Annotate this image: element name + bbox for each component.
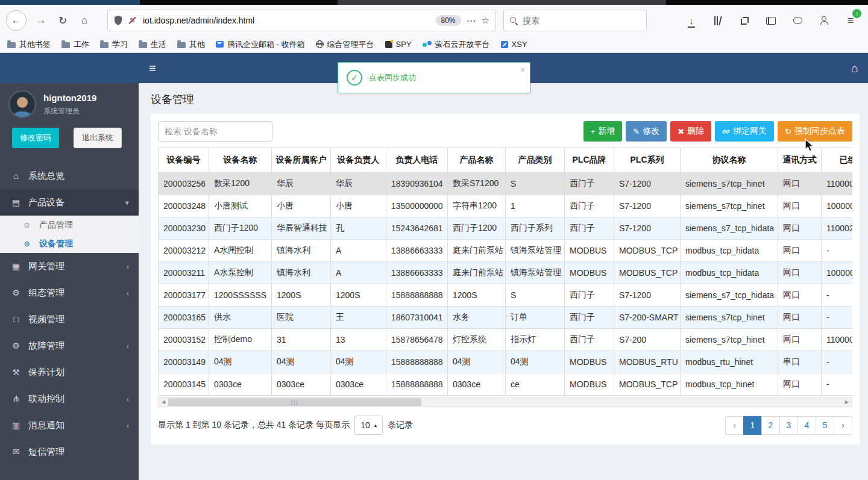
scroll-left-icon[interactable]: ◀ — [162, 400, 165, 405]
table-row[interactable]: 200003152 控制demo 31 13 15878656478 灯控系统 … — [159, 329, 853, 351]
account-icon[interactable] — [817, 14, 831, 27]
change-password-button[interactable]: 修改密码 — [12, 128, 59, 148]
column-header[interactable]: 产品名称 — [448, 148, 506, 173]
bookmark-item[interactable]: XSY — [501, 40, 527, 49]
toolbar-icons: ↓ ≡ ↑ — [685, 14, 857, 27]
table-row[interactable]: 200003145 0303ce 0303ce 0303ce 158888888… — [159, 373, 853, 396]
sidebar-item[interactable]: ⚒ 保养计划 — [0, 359, 139, 385]
sidebar-item[interactable]: ⚙ 组态管理 ‹ — [0, 279, 139, 306]
bookmark-item[interactable]: SPY — [385, 40, 412, 49]
cell-plc-brand: 西门子 — [565, 217, 614, 240]
sidebar-item[interactable]: ⊙ 设备管理 — [0, 234, 139, 253]
edit-button[interactable]: ✎修改 — [626, 121, 667, 142]
sidebar-item[interactable]: ⚙ 故障管理 ‹ — [0, 332, 139, 359]
sidebar-item[interactable]: ▤ 产品设备 ▾ — [0, 189, 139, 216]
table-row[interactable]: 200003212 A水闸控制 镇海水利 A 13886663333 庭来门前泵… — [159, 240, 853, 262]
column-header[interactable]: PLC品牌 — [565, 148, 614, 173]
address-bar[interactable]: ✎ iot.idosp.net/admin/index.html 80% ⋯ ☆ — [107, 10, 496, 31]
chevron-icon: ‹ — [127, 394, 129, 404]
table-row[interactable]: 200003248 小唐测试 小唐 小唐 13500000000 字符串1200… — [159, 195, 853, 217]
bookmark-folder[interactable]: 生活 — [139, 39, 166, 50]
page-button[interactable]: › — [834, 416, 852, 435]
sidebar-item[interactable]: ⋔ 联动控制 ‹ — [0, 385, 139, 412]
horizontal-scrollbar[interactable]: ◀ ||| ▶ — [158, 397, 852, 407]
add-button[interactable]: +新增 — [583, 121, 623, 142]
cell-gateway: 1100008 — [822, 173, 853, 195]
delete-button[interactable]: ✖删除 — [670, 121, 711, 142]
library-icon[interactable] — [711, 14, 725, 27]
column-header[interactable]: 设备所属客户 — [272, 148, 331, 173]
sidebar-item[interactable]: ▦ 网关管理 ‹ — [0, 253, 139, 279]
browser-search-input[interactable] — [523, 16, 640, 25]
bind-gateway-button[interactable]: 绑定网关 — [715, 121, 774, 142]
url-text[interactable]: iot.idosp.net/admin/index.html — [143, 16, 430, 25]
page-size-dropdown[interactable]: 10 ▴ — [354, 416, 383, 435]
table-row[interactable]: 200003256 数采1200 华辰 华辰 18390936104 数采S71… — [159, 173, 853, 195]
forward-button[interactable]: → — [31, 11, 51, 30]
scroll-right-icon[interactable]: ▶ — [845, 400, 849, 405]
cell-comm: 网口 — [778, 217, 822, 240]
bookmark-folder[interactable]: 工作 — [61, 39, 89, 50]
table-row[interactable]: 200003211 A水泵控制 镇海水利 A 13886663333 庭来门前泵… — [159, 262, 853, 284]
column-header[interactable]: 协议名称 — [681, 148, 778, 173]
bookmark-folder[interactable]: 学习 — [100, 39, 128, 50]
chevron-icon: ‹ — [127, 288, 129, 298]
reload-button[interactable]: ↻ — [53, 11, 72, 30]
cell-device-id: 200003211 — [159, 262, 209, 284]
cell-plc-series: MODBUS_RTU — [614, 351, 681, 373]
toast-notification: ✓ 点表同步成功 × — [338, 62, 530, 93]
browser-home-button[interactable]: ⌂ — [75, 11, 94, 30]
scrollbar-thumb[interactable]: ||| — [168, 398, 421, 406]
column-header[interactable]: 已绑定网关 — [822, 148, 853, 173]
page-button[interactable]: 1 — [743, 416, 762, 435]
sidebar-toggle-browser-icon[interactable] — [764, 14, 778, 27]
app-home-icon[interactable]: ⌂ — [851, 61, 858, 75]
device-search-input[interactable] — [158, 121, 272, 142]
downloads-icon[interactable]: ↓ — [685, 14, 698, 27]
column-header[interactable]: PLC系列 — [614, 148, 681, 173]
table-row[interactable]: 200003177 1200SSSSSS 1200S 1200S 1588888… — [159, 284, 853, 307]
column-header[interactable]: 设备负责人 — [331, 148, 386, 173]
logout-button[interactable]: 退出系统 — [74, 128, 122, 148]
messages-icon[interactable] — [791, 14, 804, 27]
screenshot-icon[interactable] — [738, 14, 751, 27]
page-actions-icon[interactable]: ⋯ — [467, 15, 476, 26]
page-button[interactable]: 4 — [797, 416, 816, 435]
avatar[interactable] — [8, 90, 36, 118]
bookmark-item[interactable]: 萤石云开放平台 — [423, 39, 490, 50]
shield-icon[interactable] — [114, 16, 122, 25]
bookmark-folder[interactable]: 其他 — [177, 39, 205, 50]
page-button[interactable]: 5 — [816, 416, 834, 435]
page-button[interactable]: 3 — [779, 416, 798, 435]
page-button[interactable]: ‹ — [725, 416, 744, 435]
toast-close-icon[interactable]: × — [520, 64, 525, 75]
column-header[interactable]: 设备编号 — [159, 148, 209, 173]
sidebar-item[interactable]: ▥ 消息通知 ‹ — [0, 412, 139, 438]
column-header[interactable]: 设备名称 — [209, 148, 272, 173]
column-header[interactable]: 产品类别 — [506, 148, 565, 173]
sidebar-item[interactable]: ⌂ 系统总览 — [0, 163, 139, 189]
blocked-content-icon[interactable]: ✎ — [128, 16, 137, 25]
sidebar-item[interactable]: ⊙ 产品管理 — [0, 216, 139, 234]
bookmark-folder[interactable]: 其他书签 — [7, 39, 51, 50]
cell-phone: 15243642681 — [386, 217, 448, 240]
zoom-indicator[interactable]: 80% — [436, 15, 461, 26]
cell-plc-series: S7-200 — [614, 329, 681, 351]
sidebar-toggle-icon[interactable]: ≡ — [149, 61, 156, 75]
cell-phone: 13886663333 — [386, 262, 448, 284]
menu-item-icon: ⊙ — [22, 240, 32, 248]
back-button[interactable]: ← — [6, 10, 27, 31]
sidebar-item[interactable]: ✉ 短信管理 — [0, 438, 139, 465]
table-row[interactable]: 200003149 04测 04测 04测 15888888888 04测 04… — [159, 351, 853, 373]
page-button[interactable]: 2 — [761, 416, 780, 435]
sidebar-item[interactable]: □ 视频管理 — [0, 306, 139, 332]
bookmark-item[interactable]: 综合管理平台 — [316, 39, 374, 50]
menu-item-label: 短信管理 — [28, 446, 64, 458]
column-header[interactable]: 负责人电话 — [386, 148, 448, 173]
bookmark-star-icon[interactable]: ☆ — [482, 15, 489, 26]
browser-search-box[interactable] — [503, 10, 647, 31]
table-row[interactable]: 200003230 西门子1200 华辰智通科技 孔 15243642681 西… — [159, 217, 853, 240]
bookmark-item[interactable]: 腾讯企业邮箱 - 收件箱 — [216, 39, 305, 50]
menu-button[interactable]: ≡ ↑ — [844, 14, 857, 27]
table-row[interactable]: 200003165 供水 医院 王 18607310041 水务 订单 西门子 — [159, 307, 853, 329]
